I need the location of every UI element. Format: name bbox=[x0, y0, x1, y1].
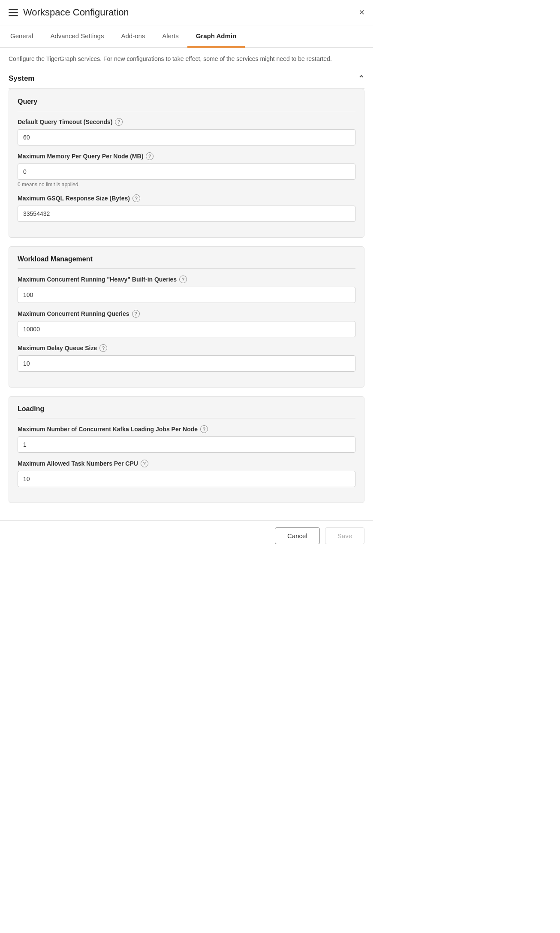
chevron-up-icon[interactable]: ⌃ bbox=[358, 74, 364, 83]
field-label-memory: Maximum Memory Per Query Per Node (MB) ? bbox=[18, 152, 355, 160]
tab-graph-admin[interactable]: Graph Admin bbox=[187, 25, 245, 48]
dialog-footer: Cancel Save bbox=[0, 520, 373, 551]
field-group-task-numbers: Maximum Allowed Task Numbers Per CPU ? bbox=[18, 460, 355, 487]
tab-general[interactable]: General bbox=[2, 25, 42, 48]
save-button[interactable]: Save bbox=[325, 527, 364, 544]
field-group-concurrent-queries: Maximum Concurrent Running Queries ? bbox=[18, 310, 355, 337]
loading-card-title: Loading bbox=[18, 405, 355, 418]
field-label-concurrent-queries: Maximum Concurrent Running Queries ? bbox=[18, 310, 355, 318]
input-max-gsql-response-size[interactable] bbox=[18, 206, 355, 222]
query-card: Query Default Query Timeout (Seconds) ? … bbox=[9, 89, 364, 238]
field-group-timeout: Default Query Timeout (Seconds) ? bbox=[18, 118, 355, 145]
menu-icon[interactable] bbox=[9, 9, 18, 16]
help-icon-concurrent-queries[interactable]: ? bbox=[132, 310, 140, 318]
cancel-button[interactable]: Cancel bbox=[275, 527, 320, 544]
main-content: System ⌃ Query Default Query Timeout (Se… bbox=[0, 67, 373, 520]
help-icon-kafka-jobs[interactable]: ? bbox=[200, 425, 208, 433]
input-max-delay-queue-size[interactable] bbox=[18, 355, 355, 372]
input-max-memory-per-query[interactable] bbox=[18, 164, 355, 180]
tab-add-ons[interactable]: Add-ons bbox=[112, 25, 154, 48]
tab-bar: General Advanced Settings Add-ons Alerts… bbox=[0, 25, 373, 48]
system-section-header: System ⌃ bbox=[9, 67, 364, 89]
input-max-concurrent-running-queries[interactable] bbox=[18, 321, 355, 337]
field-label-heavy-queries: Maximum Concurrent Running "Heavy" Built… bbox=[18, 276, 355, 283]
page-description: Configure the TigerGraph services. For n… bbox=[0, 48, 373, 67]
page-title: Workspace Configuration bbox=[23, 7, 129, 18]
workload-card-title: Workload Management bbox=[18, 255, 355, 269]
field-label-task-numbers: Maximum Allowed Task Numbers Per CPU ? bbox=[18, 460, 355, 467]
input-max-allowed-task-numbers[interactable] bbox=[18, 471, 355, 487]
input-max-kafka-loading-jobs[interactable] bbox=[18, 436, 355, 453]
header-left: Workspace Configuration bbox=[9, 7, 129, 18]
help-icon-timeout[interactable]: ? bbox=[115, 118, 123, 126]
field-group-heavy-queries: Maximum Concurrent Running "Heavy" Built… bbox=[18, 276, 355, 303]
help-icon-task-numbers[interactable]: ? bbox=[141, 460, 148, 467]
query-card-title: Query bbox=[18, 98, 355, 111]
loading-card: Loading Maximum Number of Concurrent Kaf… bbox=[9, 396, 364, 503]
dialog-header: Workspace Configuration × bbox=[0, 0, 373, 25]
field-hint-memory: 0 means no limit is applied. bbox=[18, 182, 355, 188]
field-label-delay-queue: Maximum Delay Queue Size ? bbox=[18, 344, 355, 352]
field-label-kafka-jobs: Maximum Number of Concurrent Kafka Loadi… bbox=[18, 425, 355, 433]
help-icon-gsql-response[interactable]: ? bbox=[132, 194, 140, 202]
input-max-concurrent-heavy-queries[interactable] bbox=[18, 287, 355, 303]
workload-management-card: Workload Management Maximum Concurrent R… bbox=[9, 246, 364, 388]
tab-alerts[interactable]: Alerts bbox=[154, 25, 187, 48]
field-group-delay-queue: Maximum Delay Queue Size ? bbox=[18, 344, 355, 372]
field-group-kafka-jobs: Maximum Number of Concurrent Kafka Loadi… bbox=[18, 425, 355, 453]
help-icon-heavy-queries[interactable]: ? bbox=[179, 276, 187, 283]
close-icon[interactable]: × bbox=[359, 8, 364, 17]
field-group-memory: Maximum Memory Per Query Per Node (MB) ?… bbox=[18, 152, 355, 188]
help-icon-memory[interactable]: ? bbox=[146, 152, 154, 160]
tab-advanced-settings[interactable]: Advanced Settings bbox=[42, 25, 112, 48]
input-default-query-timeout[interactable] bbox=[18, 129, 355, 145]
help-icon-delay-queue[interactable]: ? bbox=[99, 344, 107, 352]
field-label-gsql-response: Maximum GSQL Response Size (Bytes) ? bbox=[18, 194, 355, 202]
field-group-gsql-response: Maximum GSQL Response Size (Bytes) ? bbox=[18, 194, 355, 222]
system-section-title: System bbox=[9, 74, 34, 83]
field-label-timeout: Default Query Timeout (Seconds) ? bbox=[18, 118, 355, 126]
